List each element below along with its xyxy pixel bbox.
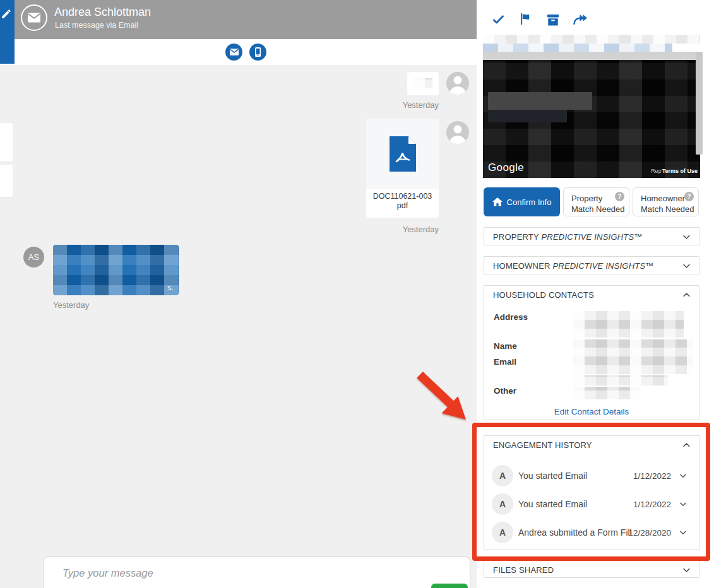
field-label-other: Other: [494, 386, 516, 396]
flag-icon: [519, 13, 532, 25]
left-list-item-fragment[interactable]: [0, 165, 13, 197]
section-header[interactable]: PROPERTY PREDICTIVE INSIGHTS™: [484, 228, 699, 245]
flag-button[interactable]: [518, 12, 533, 27]
section-files-shared: FILES SHARED: [484, 560, 699, 578]
event-description: You started Email: [518, 471, 587, 481]
envelope-icon: [230, 49, 239, 56]
redacted-image-thumbnail: [414, 78, 432, 88]
contact-avatar: [21, 4, 47, 31]
event-avatar: A: [492, 493, 513, 515]
share-button[interactable]: [572, 13, 587, 28]
event-date: 12/28/2020: [628, 528, 671, 538]
share-forward-icon: [573, 13, 587, 25]
engagement-event-row[interactable]: A You started Email 1/12/2022: [484, 465, 699, 490]
mark-done-button[interactable]: [491, 13, 506, 28]
confirm-info-button[interactable]: Confirm Info: [484, 187, 560, 216]
terms-of-use-link: Terms of Use: [662, 168, 698, 174]
redacted-email-value: [573, 375, 668, 385]
chevron-up-icon[interactable]: [682, 440, 691, 450]
incoming-image-message[interactable]: [407, 72, 439, 95]
message-input[interactable]: [62, 563, 416, 582]
event-avatar: A: [492, 465, 513, 486]
field-label-address: Address: [494, 312, 528, 322]
check-icon: [492, 13, 505, 25]
map-divider-band: [483, 52, 700, 60]
homeowner-match-needed-button[interactable]: Homeowner Match Needed ?: [633, 187, 699, 216]
section-header[interactable]: HOUSEHOLD CONTACTS: [484, 286, 699, 303]
chevron-down-icon[interactable]: [682, 565, 691, 575]
file-name: DOC110621-003 pdf: [366, 192, 439, 211]
event-date: 1/12/2022: [633, 500, 671, 509]
sender-avatar: [446, 121, 469, 144]
conversation-header: Andrea Schlottman Last message via Email: [15, 0, 477, 39]
map-scrollbar[interactable]: [696, 52, 703, 155]
redacted-name-email-value: [573, 339, 693, 374]
contact-subtitle: Last message via Email: [55, 21, 138, 30]
chevron-down-icon[interactable]: [679, 528, 687, 537]
section-homeowner-insights: HOMEOWNER PREDICTIVE INSIGHTS™: [484, 256, 699, 274]
redacted-map-header: [483, 44, 672, 52]
redacted-map-header: [483, 35, 700, 44]
text-channel-button[interactable]: [249, 44, 266, 61]
event-description: You started Email: [518, 499, 587, 509]
section-header[interactable]: HOMEOWNER PREDICTIVE INSIGHTS™: [484, 257, 699, 274]
mobile-phone-icon: [254, 47, 261, 57]
chevron-up-icon[interactable]: [682, 290, 691, 300]
property-match-needed-button[interactable]: Property Match Needed ?: [563, 187, 629, 216]
chevron-down-icon[interactable]: [682, 232, 691, 242]
section-household-contacts: HOUSEHOLD CONTACTS Address Name Email Ot…: [484, 285, 699, 420]
email-channel-button[interactable]: [225, 44, 242, 61]
compose-pencil-icon[interactable]: [1, 8, 12, 22]
message-text-fragment: s.: [167, 283, 174, 292]
section-header[interactable]: ENGAGEMENT HISTORY: [484, 436, 699, 454]
field-label-email: Email: [494, 357, 516, 367]
help-icon[interactable]: ?: [684, 192, 694, 201]
event-description: Andrea submitted a Form Fill: [518, 527, 632, 538]
chevron-down-icon[interactable]: [679, 500, 687, 509]
property-map[interactable]: Google RepTerms of Use: [483, 35, 700, 178]
google-logo[interactable]: Google: [488, 162, 524, 174]
redacted-map-block: [488, 110, 567, 122]
left-nav-rail: [0, 0, 15, 64]
send-button[interactable]: [431, 584, 468, 588]
home-icon: [492, 197, 503, 206]
message-thread: Yesterday DOC110621-003 pdf Yesterday AS…: [0, 65, 477, 588]
message-timestamp: Yesterday: [354, 225, 439, 234]
archive-box-icon: [547, 15, 559, 26]
message-timestamp: Yesterday: [354, 100, 439, 110]
redacted-other-value: [573, 387, 640, 399]
envelope-icon: [28, 13, 40, 23]
section-property-insights: PROPERTY PREDICTIVE INSIGHTS™: [484, 227, 699, 245]
help-icon[interactable]: ?: [615, 192, 624, 201]
channel-toolbar: [15, 39, 477, 65]
event-avatar: A: [492, 522, 513, 543]
archive-button[interactable]: [545, 13, 561, 28]
event-date: 1/12/2022: [633, 471, 671, 481]
sender-avatar: [446, 72, 469, 95]
section-header[interactable]: FILES SHARED: [484, 561, 699, 579]
redacted-map-block: [488, 92, 592, 110]
chevron-down-icon[interactable]: [682, 261, 691, 271]
message-timestamp: Yesterday: [53, 300, 89, 310]
chevron-down-icon[interactable]: [679, 471, 687, 480]
left-list-item-fragment[interactable]: [0, 123, 13, 162]
message-composer: [43, 556, 470, 588]
redacted-map-canvas: Google RepTerms of Use: [483, 60, 700, 178]
incoming-file-message[interactable]: DOC110621-003 pdf: [366, 119, 439, 218]
person-icon: [446, 121, 469, 144]
field-label-name: Name: [494, 341, 517, 351]
engagement-event-row[interactable]: A Andrea submitted a Form Fill 12/28/202…: [484, 522, 699, 547]
person-icon: [446, 72, 469, 95]
engagement-event-row[interactable]: A You started Email 1/12/2022: [484, 493, 699, 519]
pdf-file-icon: [388, 136, 417, 172]
edit-contact-details-link[interactable]: Edit Contact Details: [484, 407, 699, 416]
contact-name: Andrea Schlottman: [54, 6, 151, 19]
map-attribution[interactable]: RepTerms of Use: [651, 168, 698, 174]
file-preview: [366, 119, 439, 189]
section-engagement-history: ENGAGEMENT HISTORY A You started Email 1…: [484, 435, 699, 550]
outgoing-message-bubble[interactable]: s.: [53, 245, 179, 295]
user-initials-avatar: AS: [23, 247, 44, 268]
redacted-address-value: [573, 311, 684, 338]
